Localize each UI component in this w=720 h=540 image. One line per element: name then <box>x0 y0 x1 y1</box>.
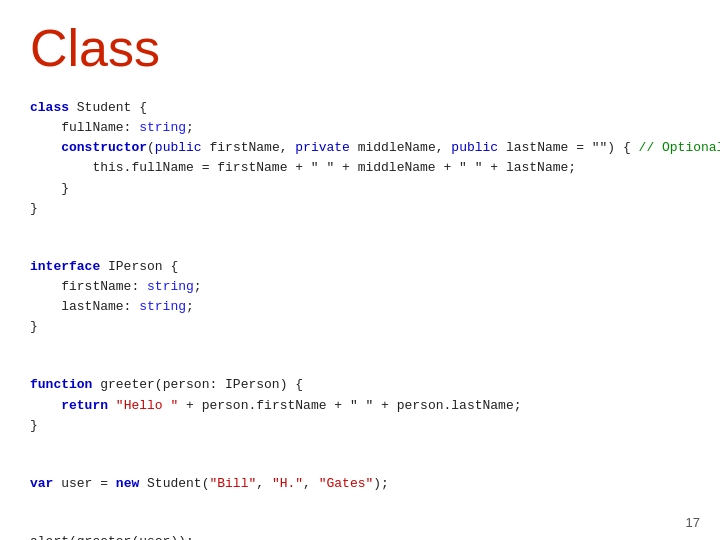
keyword-var: var <box>30 476 53 491</box>
title: Class <box>0 0 720 88</box>
code-function-section: function greeter(person: IPerson) { retu… <box>30 375 690 435</box>
keyword-public-2: public <box>451 140 498 155</box>
code-interface-area: interface IPerson { firstName: string; l… <box>0 247 720 348</box>
type-string-3: string <box>139 299 186 314</box>
string-h: "H." <box>272 476 303 491</box>
type-string-1: string <box>139 120 186 135</box>
keyword-return: return <box>61 398 108 413</box>
keyword-constructor: constructor <box>61 140 147 155</box>
keyword-interface: interface <box>30 259 100 274</box>
comment-optional: // Optional param. <box>639 140 720 155</box>
keyword-class: class <box>30 100 69 115</box>
keyword-function: function <box>30 377 92 392</box>
type-string-2: string <box>147 279 194 294</box>
string-bill: "Bill" <box>209 476 256 491</box>
keyword-private: private <box>295 140 350 155</box>
keyword-new: new <box>116 476 139 491</box>
page-number: 17 <box>686 515 700 530</box>
code-alert-section: alert(greeter(user)); <box>30 532 690 540</box>
code-class-section: class Student { fullName: string; constr… <box>30 98 690 219</box>
code-alert-area: alert(greeter(user)); <box>0 522 720 540</box>
code-interface-section: interface IPerson { firstName: string; l… <box>30 257 690 338</box>
code-function-area: function greeter(person: IPerson) { retu… <box>0 365 720 445</box>
code-var-area: var user = new Student("Bill", "H.", "Ga… <box>0 464 720 504</box>
code-var-section: var user = new Student("Bill", "H.", "Ga… <box>30 474 690 494</box>
string-gates: "Gates" <box>319 476 374 491</box>
string-hello: "Hello " <box>116 398 178 413</box>
keyword-public-1: public <box>155 140 202 155</box>
code-area: class Student { fullName: string; constr… <box>0 88 720 229</box>
